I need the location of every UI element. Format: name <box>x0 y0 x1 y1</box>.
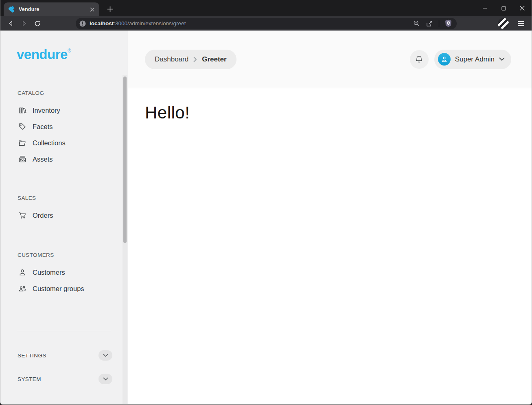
window-controls <box>475 0 532 16</box>
tag-icon <box>18 123 26 131</box>
site-info-icon[interactable] <box>79 20 86 27</box>
sidebar-item-collections[interactable]: Collections <box>0 135 128 151</box>
sidebar-item-facets[interactable]: Facets <box>0 118 128 135</box>
sidebar-item-label: Collections <box>33 139 66 147</box>
user-menu[interactable]: Super Admin <box>434 50 511 69</box>
url-host: localhost <box>90 20 114 26</box>
url-path: :3000/admin/extensions/greet <box>114 20 186 26</box>
sidebar-section-settings[interactable]: SETTINGS <box>18 350 112 361</box>
new-tab-button[interactable] <box>104 3 116 15</box>
breadcrumb-dashboard-link[interactable]: Dashboard <box>155 55 188 63</box>
sidebar-item-inventory[interactable]: Inventory <box>0 102 128 118</box>
folder-icon <box>18 139 26 147</box>
share-icon[interactable] <box>426 20 433 27</box>
notifications-button[interactable] <box>410 50 429 69</box>
forward-icon[interactable] <box>19 18 29 29</box>
image-stack-icon <box>18 155 26 163</box>
sidebar-item-assets[interactable]: Assets <box>0 151 128 167</box>
browser-tab[interactable]: Vendure <box>4 2 99 16</box>
browser-menu-icon[interactable] <box>518 21 524 26</box>
sidebar-scrollbar-thumb[interactable] <box>123 77 127 243</box>
system-label: SYSTEM <box>18 376 41 382</box>
user-avatar-icon <box>438 53 451 66</box>
registered-mark: ® <box>68 48 71 54</box>
bell-icon <box>415 55 423 64</box>
greeting-heading: Hello! <box>145 103 532 123</box>
sidebar: vendure® CATALOG Inventory Fa <box>0 31 128 404</box>
addressbar-divider <box>439 20 439 27</box>
sidebar-item-label: Orders <box>33 212 53 219</box>
sidebar-item-customer-groups[interactable]: Customer groups <box>0 280 128 297</box>
browser-profile-avatar[interactable] <box>498 18 509 29</box>
url-text[interactable]: localhost:3000/admin/extensions/greet <box>90 20 410 26</box>
chevron-down-icon <box>499 57 505 61</box>
addressbar-icons <box>413 20 452 27</box>
back-icon[interactable] <box>5 18 16 29</box>
vendure-admin-app: vendure® CATALOG Inventory Fa <box>0 31 532 404</box>
browser-window: Vendure <box>0 0 532 405</box>
brave-shield-icon[interactable] <box>445 20 452 27</box>
library-icon <box>18 106 26 114</box>
users-icon <box>18 285 26 293</box>
sidebar-item-orders[interactable]: Orders <box>0 207 128 223</box>
tab-title: Vendure <box>19 7 85 12</box>
sidebar-item-customers[interactable]: Customers <box>0 264 128 280</box>
minimize-button[interactable] <box>475 0 494 16</box>
sidebar-item-label: Customers <box>33 269 65 276</box>
header-actions: Super Admin <box>410 50 511 69</box>
sidebar-item-label: Inventory <box>33 107 60 114</box>
sidebar-section-system[interactable]: SYSTEM <box>18 373 112 385</box>
page-content: Hello! <box>128 88 532 404</box>
browser-toolbar: localhost:3000/admin/extensions/greet <box>0 16 532 31</box>
sidebar-item-label: Facets <box>33 123 53 131</box>
tab-close-icon[interactable] <box>88 5 96 13</box>
close-window-button[interactable] <box>513 0 532 16</box>
tab-strip: Vendure <box>0 0 532 16</box>
main-area: Dashboard Greeter <box>128 31 532 404</box>
section-label-catalog: CATALOG <box>18 90 128 96</box>
breadcrumb-current: Greeter <box>202 55 226 63</box>
system-expand-button[interactable] <box>99 374 112 384</box>
vendure-logo[interactable]: vendure® <box>0 31 128 65</box>
sidebar-item-label: Customer groups <box>33 285 84 293</box>
user-name: Super Admin <box>455 55 495 63</box>
breadcrumb: Dashboard Greeter <box>145 50 236 69</box>
sidebar-item-label: Assets <box>33 155 53 163</box>
settings-label: SETTINGS <box>18 352 46 359</box>
nav-buttons <box>0 18 76 29</box>
sidebar-divider <box>17 331 111 331</box>
user-icon <box>18 268 26 276</box>
section-label-customers: CUSTOMERS <box>18 252 128 258</box>
vendure-wordmark: vendure <box>17 47 68 62</box>
page-header: Dashboard Greeter <box>128 31 532 88</box>
zoom-icon[interactable] <box>413 20 420 27</box>
reload-icon[interactable] <box>32 18 43 29</box>
maximize-button[interactable] <box>494 0 513 16</box>
section-label-sales: SALES <box>18 195 128 201</box>
address-bar[interactable]: localhost:3000/admin/extensions/greet <box>76 18 457 29</box>
toolbar-right <box>457 18 532 29</box>
settings-expand-button[interactable] <box>99 350 112 361</box>
vendure-favicon-icon <box>9 6 15 13</box>
chevron-right-icon <box>193 57 197 62</box>
cart-icon <box>18 211 26 219</box>
